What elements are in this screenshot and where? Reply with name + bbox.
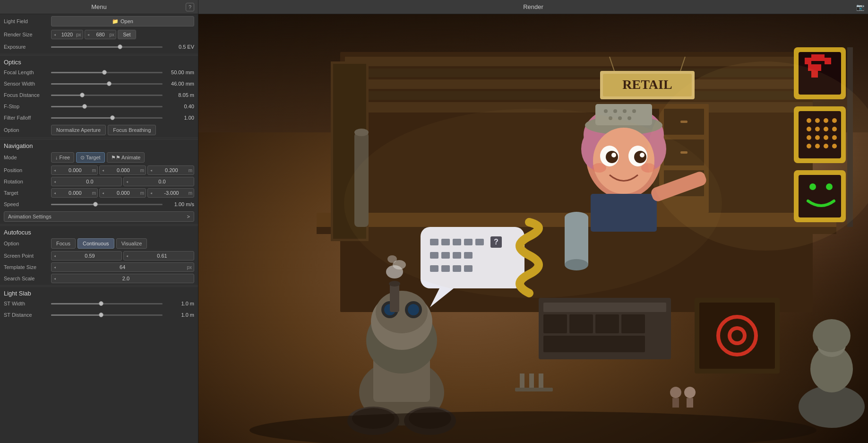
template-size-label: Template Size	[4, 264, 51, 270]
height-down-arrow[interactable]: ◂	[85, 30, 92, 39]
free-mode-button[interactable]: ↓ Free	[51, 152, 74, 163]
filter-falloff-value: 1.00	[168, 115, 194, 121]
navigation-section-header: Navigation	[0, 139, 198, 150]
rot-x-arrow[interactable]: ◂	[52, 177, 58, 186]
set-button[interactable]: Set	[118, 30, 136, 39]
screen-y-input[interactable]: ◂ 0.61	[123, 251, 194, 261]
filter-falloff-fill	[51, 117, 112, 119]
render-title: Render	[523, 3, 543, 10]
camera-icon[interactable]: 📷	[856, 3, 864, 11]
position-y-input[interactable]: ◂ 0.000 m	[99, 165, 146, 175]
svg-rect-94	[818, 54, 825, 61]
fstop-slider[interactable]	[51, 106, 163, 107]
svg-rect-40	[390, 284, 399, 312]
target-row: Target ◂ 0.000 m ◂ 0.000 m ◂ -3.000 m	[0, 187, 198, 199]
animation-settings-button[interactable]: Animation Settings >	[4, 211, 194, 222]
svg-point-124	[813, 319, 851, 352]
rot-y-arrow[interactable]: ◂	[124, 177, 130, 186]
focal-length-slider[interactable]	[51, 72, 163, 73]
speed-slider[interactable]	[51, 204, 163, 205]
st-distance-value: 1.0 m	[168, 312, 194, 318]
st-distance-row: ST Distance 1.0 m	[0, 309, 198, 321]
sensor-width-slider[interactable]	[51, 83, 163, 85]
screen-point-row: Screen Point ◂ 0.59 ◂ 0.61	[0, 250, 198, 261]
width-value: 1020	[58, 32, 76, 37]
focus-distance-slider[interactable]	[51, 95, 163, 96]
exposure-thumb[interactable]	[118, 44, 122, 49]
height-input[interactable]: ◂ 680 px	[85, 30, 117, 39]
visualize-button[interactable]: Visualize	[116, 238, 147, 249]
target-label: Target	[4, 190, 51, 196]
svg-point-73	[613, 109, 617, 113]
position-x-input[interactable]: ◂ 0.000 m	[51, 165, 98, 175]
render-size-label: Render Size	[4, 32, 51, 37]
st-width-thumb[interactable]	[99, 301, 103, 306]
focal-length-value: 50.00 mm	[168, 69, 194, 75]
light-field-row: Light Field 📁 Open	[0, 14, 198, 28]
anim-settings-row: Animation Settings >	[0, 210, 198, 223]
focus-distance-row: Focus Distance 8.05 m	[0, 89, 198, 101]
speed-value: 1.00 m/s	[168, 201, 194, 207]
target-z-input[interactable]: ◂ -3.000 m	[147, 188, 194, 198]
open-button[interactable]: 📁 Open	[51, 16, 194, 26]
width-down-arrow[interactable]: ◂	[52, 30, 58, 39]
continuous-button[interactable]: Continuous	[77, 238, 114, 249]
sensor-width-thumb[interactable]	[107, 81, 112, 86]
position-label: Position	[4, 167, 51, 173]
filter-falloff-thumb[interactable]	[110, 115, 115, 120]
tgt-z-arrow[interactable]: ◂	[148, 188, 155, 198]
st-width-slider[interactable]	[51, 303, 163, 304]
template-size-arrow[interactable]: ◂	[52, 262, 58, 272]
template-size-row: Template Size ◂ 64 px	[0, 261, 198, 273]
left-panel: Light Field 📁 Open Render Size ◂ 1020 px…	[0, 14, 198, 443]
rotation-x-input[interactable]: ◂ 0.0	[51, 177, 122, 186]
screen-y-arrow[interactable]: ◂	[124, 251, 130, 261]
target-mode-button[interactable]: ⊙ Target	[76, 152, 104, 163]
focal-length-thumb[interactable]	[102, 70, 107, 75]
render-canvas: RETAIL	[198, 14, 868, 443]
focus-breathing-button[interactable]: Focus Breathing	[108, 125, 156, 135]
search-scale-input[interactable]: ◂ 2.0	[51, 274, 194, 283]
screen-point-label: Screen Point	[4, 253, 51, 259]
target-y-input[interactable]: ◂ 0.000 m	[99, 188, 146, 198]
position-z-unit: m	[189, 168, 194, 173]
render-panel: RETAIL	[198, 14, 868, 443]
svg-point-141	[670, 387, 681, 398]
fstop-thumb[interactable]	[82, 104, 87, 109]
position-y-value: 0.000	[106, 167, 140, 173]
svg-rect-130	[621, 314, 645, 333]
help-button[interactable]: ?	[186, 3, 194, 11]
exposure-row: Exposure 0.5 EV	[0, 41, 198, 53]
focus-distance-fill	[51, 95, 82, 96]
pos-x-arrow[interactable]: ◂	[52, 165, 58, 175]
rotation-y-input[interactable]: ◂ 0.0	[123, 177, 194, 186]
width-input[interactable]: ◂ 1020 px	[51, 30, 83, 39]
search-scale-arrow[interactable]: ◂	[52, 274, 58, 283]
anim-settings-arrow: >	[187, 214, 190, 219]
animate-mode-button[interactable]: ⚑⚑ Animate	[107, 152, 145, 163]
focus-distance-thumb[interactable]	[80, 93, 85, 97]
tgt-x-arrow[interactable]: ◂	[52, 188, 58, 198]
template-size-input[interactable]: ◂ 64 px	[51, 262, 194, 272]
screen-x-input[interactable]: ◂ 0.59	[51, 251, 122, 261]
fstop-row: F-Stop 0.40	[0, 101, 198, 112]
speed-label: Speed	[4, 201, 51, 207]
focal-length-label: Focal Length	[4, 69, 51, 75]
tgt-y-arrow[interactable]: ◂	[100, 188, 106, 198]
svg-rect-131	[543, 336, 645, 352]
filter-falloff-slider[interactable]	[51, 117, 163, 119]
position-z-input[interactable]: ◂ 0.200 m	[147, 165, 194, 175]
focal-length-row: Focal Length 50.00 mm	[0, 67, 198, 78]
st-distance-slider[interactable]	[51, 314, 163, 316]
screen-x-arrow[interactable]: ◂	[52, 251, 58, 261]
speed-thumb[interactable]	[93, 202, 98, 207]
st-distance-thumb[interactable]	[99, 313, 103, 317]
st-width-label: ST Width	[4, 301, 51, 306]
svg-rect-92	[805, 58, 811, 64]
target-x-input[interactable]: ◂ 0.000 m	[51, 188, 98, 198]
exposure-slider[interactable]	[51, 46, 163, 48]
pos-y-arrow[interactable]: ◂	[100, 165, 106, 175]
pos-z-arrow[interactable]: ◂	[148, 165, 155, 175]
focus-button[interactable]: Focus	[51, 238, 76, 249]
normalize-aperture-button[interactable]: Normalize Aperture	[51, 125, 106, 135]
